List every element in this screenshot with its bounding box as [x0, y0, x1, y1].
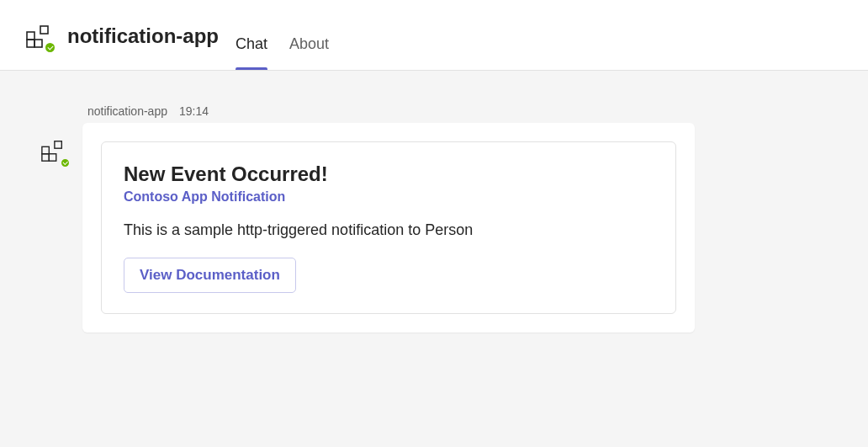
card-body-text: This is a sample http-triggered notifica… [124, 221, 654, 239]
message-timestamp: 19:14 [179, 104, 209, 118]
message-row: New Event Occurred! Contoso App Notifica… [40, 123, 843, 333]
presence-badge-available-icon [44, 41, 56, 54]
svg-rect-7 [55, 141, 61, 148]
card-title: New Event Occurred! [124, 162, 654, 186]
app-icon-container [25, 23, 52, 50]
tab-list: Chat About [236, 35, 329, 70]
svg-rect-3 [40, 26, 48, 34]
adaptive-card: New Event Occurred! Contoso App Notifica… [101, 141, 676, 314]
tab-about[interactable]: About [289, 35, 329, 70]
message-sender: notification-app [87, 104, 167, 118]
svg-rect-2 [27, 40, 34, 47]
app-title: notification-app [67, 24, 219, 48]
message-avatar [40, 138, 67, 165]
svg-rect-6 [42, 154, 49, 161]
app-header: notification-app Chat About [0, 0, 868, 71]
message-card-container: New Event Occurred! Contoso App Notifica… [82, 123, 695, 333]
presence-badge-available-icon [60, 157, 71, 168]
svg-rect-1 [34, 40, 42, 47]
tab-chat[interactable]: Chat [236, 35, 267, 70]
svg-rect-0 [27, 32, 34, 40]
svg-rect-4 [42, 146, 49, 153]
svg-rect-5 [49, 154, 56, 161]
message-meta: notification-app 19:14 [87, 104, 843, 118]
card-subtitle: Contoso App Notification [124, 189, 654, 205]
view-documentation-button[interactable]: View Documentation [124, 258, 296, 293]
chat-area: notification-app 19:14 New Event Occurre… [0, 71, 868, 349]
